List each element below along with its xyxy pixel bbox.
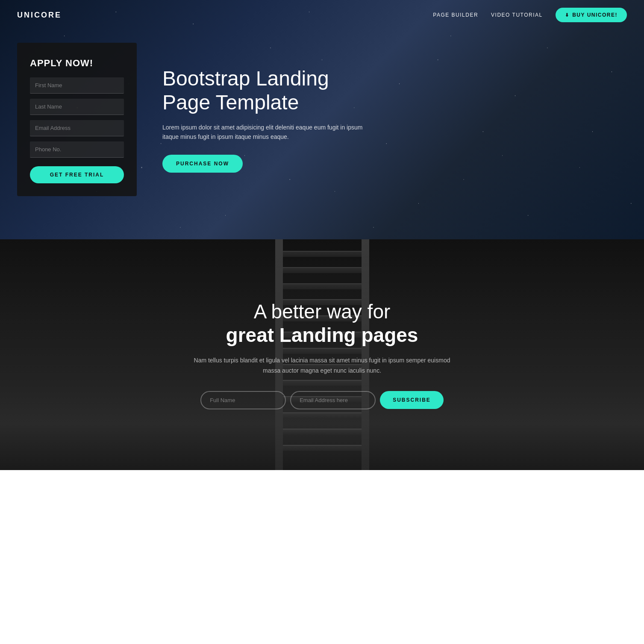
last-name-input[interactable]: [30, 99, 124, 115]
phone-input[interactable]: [30, 141, 124, 158]
escalator-step: [283, 283, 362, 289]
escalator-section: A better way for great Landing pages Nam…: [0, 239, 644, 470]
nav-link-page-builder[interactable]: PAGE BUILDER: [433, 12, 478, 18]
section2-heading: A better way for great Landing pages: [190, 300, 455, 347]
hero-content: APPLY NOW! GET FREE TRIAL Bootstrap Land…: [0, 0, 644, 239]
nav-link-video-tutorial[interactable]: VIDEO TUTORIAL: [491, 12, 543, 18]
email-address-input[interactable]: [30, 120, 124, 136]
escalator-step: [283, 429, 362, 435]
navbar: UNICORE PAGE BUILDER VIDEO TUTORIAL BUY …: [0, 0, 644, 30]
first-name-input[interactable]: [30, 77, 124, 94]
section2-heading-line1: A better way for: [254, 300, 391, 323]
subscribe-fullname-input[interactable]: [200, 391, 286, 409]
escalator-step: [283, 445, 362, 451]
hero-text-block: Bootstrap Landing Page Template Lorem ip…: [162, 67, 376, 172]
hero-section: APPLY NOW! GET FREE TRIAL Bootstrap Land…: [0, 0, 644, 239]
apply-form-title: APPLY NOW!: [30, 58, 124, 69]
buy-button[interactable]: BUY UNICORE!: [556, 8, 627, 22]
section2-content: A better way for great Landing pages Nam…: [173, 300, 472, 409]
brand-logo[interactable]: UNICORE: [17, 11, 62, 20]
subscribe-button[interactable]: SUBSCRIBE: [380, 391, 444, 409]
get-free-trial-button[interactable]: GET FREE TRIAL: [30, 166, 124, 183]
escalator-step: [283, 267, 362, 273]
section2-heading-line2: great Landing pages: [226, 324, 418, 346]
subscribe-email-input[interactable]: [290, 391, 376, 409]
hero-heading: Bootstrap Landing Page Template: [162, 67, 376, 114]
apply-form-card: APPLY NOW! GET FREE TRIAL: [17, 43, 137, 196]
section2-description: Nam tellus turpis blandit et ligula vel …: [190, 356, 455, 376]
nav-links: PAGE BUILDER VIDEO TUTORIAL BUY UNICORE!: [433, 8, 627, 22]
hero-description: Lorem ipsum dolor sit amet adipisicing e…: [162, 123, 376, 142]
escalator-step: [283, 412, 362, 418]
subscribe-row: SUBSCRIBE: [190, 391, 455, 409]
escalator-step: [283, 251, 362, 257]
purchase-now-button[interactable]: PURCHASE NOW: [162, 155, 243, 173]
